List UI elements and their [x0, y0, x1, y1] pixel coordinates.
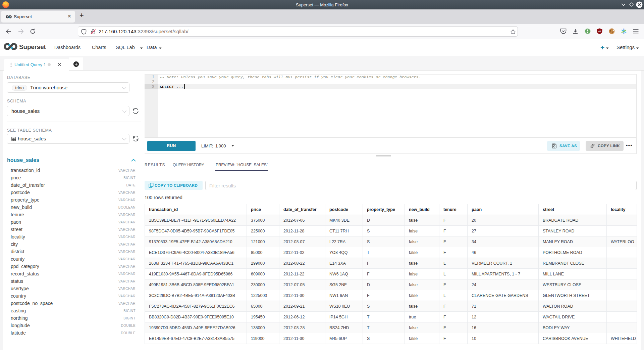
svg-text:uO: uO	[598, 30, 601, 32]
